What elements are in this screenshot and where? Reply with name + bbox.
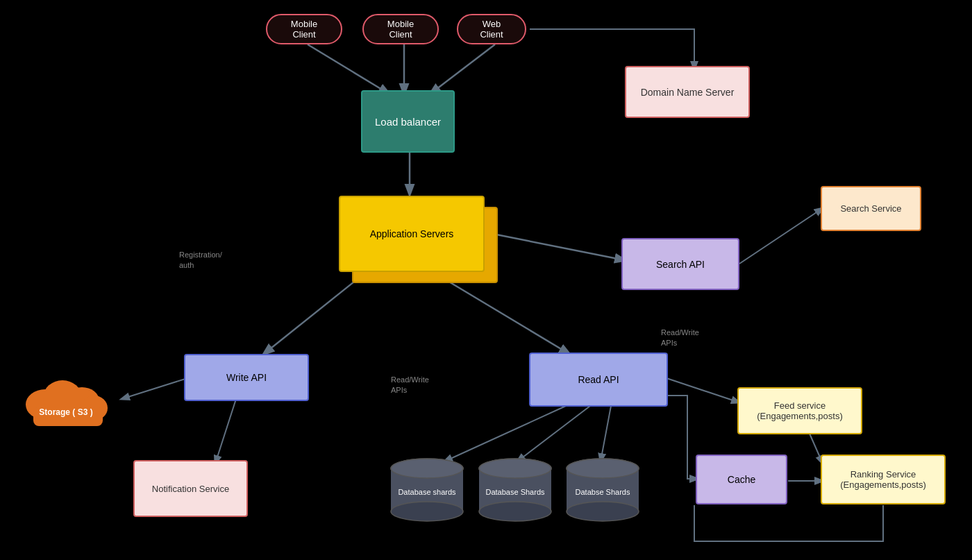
svg-line-7 (739, 208, 823, 264)
svg-line-10 (444, 406, 566, 461)
domain-name-server: Domain Name Server (625, 66, 750, 118)
svg-point-24 (391, 459, 463, 478)
svg-point-29 (479, 459, 551, 478)
ranking-service-label: Ranking Service(Engagements,posts) (840, 469, 926, 490)
search-service: Search Service (821, 186, 921, 231)
mobile-client-1: Mobile Client (266, 14, 342, 44)
reg-label-1: Registration/auth (179, 250, 222, 271)
svg-line-6 (486, 232, 625, 260)
svg-line-5 (430, 271, 569, 354)
read-api: Read API (529, 353, 668, 407)
db-shard-1: Database shards (385, 455, 469, 524)
db-shard-2: Database Shards (474, 455, 557, 524)
cache-label: Cache (728, 474, 755, 485)
db-shard-1-svg: Database shards (385, 455, 469, 524)
architecture-diagram: Mobile Client Mobile Client Web Client D… (0, 0, 972, 560)
svg-line-13 (667, 378, 739, 402)
svg-point-28 (479, 502, 551, 521)
storage-s3: Storage ( S3 ) (21, 359, 111, 432)
read-api-label: Read API (578, 374, 619, 385)
svg-line-11 (517, 406, 590, 461)
load-balancer-label: Load balancer (375, 116, 441, 128)
notification-service-label: Notification Service (152, 484, 229, 494)
reg-label-3: Read/WriteAPIs (391, 375, 429, 396)
search-api-label: Search API (656, 259, 705, 270)
svg-line-2 (430, 44, 495, 94)
svg-point-34 (567, 459, 639, 478)
mobile-client-1-label: Mobile Client (280, 19, 328, 40)
web-client-label: Web Client (471, 19, 512, 40)
svg-text:Storage ( S3 ): Storage ( S3 ) (39, 407, 92, 417)
svg-point-33 (567, 502, 639, 521)
svg-text:Database Shards: Database Shards (486, 488, 545, 496)
app-servers-front: Application Servers (339, 196, 485, 272)
notification-service: Notification Service (133, 460, 248, 517)
feed-service: Feed service(Engagements,posts) (737, 387, 862, 434)
svg-line-8 (122, 378, 187, 399)
svg-text:Databse Shards: Databse Shards (576, 488, 630, 496)
mobile-client-2: Mobile Client (362, 14, 439, 44)
app-servers-label: Application Servers (370, 228, 454, 239)
cache: Cache (696, 455, 787, 504)
svg-line-0 (308, 44, 389, 94)
write-api-label: Write API (226, 372, 267, 383)
svg-line-12 (601, 406, 611, 461)
db-shard-3: Databse Shards (561, 455, 644, 524)
search-api: Search API (621, 238, 739, 290)
domain-name-server-label: Domain Name Server (641, 87, 735, 98)
load-balancer: Load balancer (361, 90, 455, 153)
search-service-label: Search Service (840, 203, 901, 214)
cloud-svg: Storage ( S3 ) (21, 359, 111, 432)
ranking-service: Ranking Service(Engagements,posts) (821, 455, 946, 504)
web-client: Web Client (457, 14, 526, 44)
db-shard-3-svg: Databse Shards (561, 455, 644, 524)
svg-point-23 (391, 502, 463, 521)
reg-label-2: Read/WriteAPIs (661, 328, 699, 349)
mobile-client-2-label: Mobile Client (376, 19, 425, 40)
db-shard-2-svg: Database Shards (474, 455, 557, 524)
svg-text:Database shards: Database shards (398, 488, 456, 496)
svg-line-9 (215, 399, 236, 464)
feed-service-label: Feed service(Engagements,posts) (757, 400, 843, 421)
svg-line-4 (264, 271, 368, 354)
write-api: Write API (184, 354, 309, 401)
